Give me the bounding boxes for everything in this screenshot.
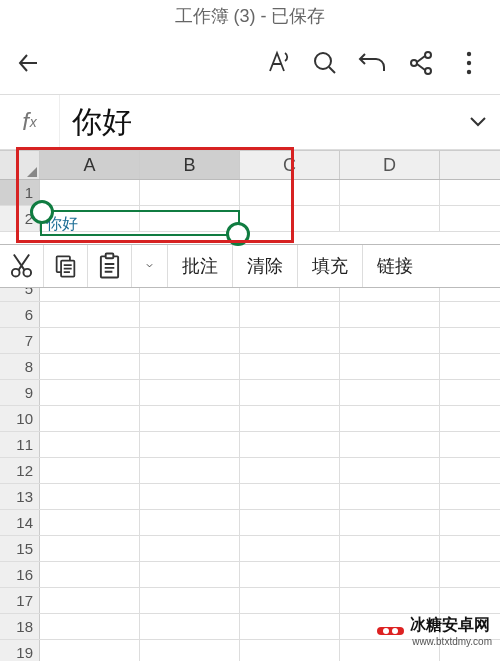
- row-header[interactable]: 19: [0, 640, 40, 661]
- row-header[interactable]: 7: [0, 328, 40, 353]
- more-button[interactable]: [448, 42, 490, 84]
- svg-point-3: [425, 68, 431, 74]
- cell[interactable]: [340, 354, 440, 379]
- cell[interactable]: [340, 380, 440, 405]
- cell[interactable]: [240, 432, 340, 457]
- cell[interactable]: [340, 206, 440, 231]
- column-header-b[interactable]: B: [140, 151, 240, 179]
- cell[interactable]: [340, 562, 440, 587]
- row-header[interactable]: 11: [0, 432, 40, 457]
- search-button[interactable]: [304, 42, 346, 84]
- cell[interactable]: [140, 510, 240, 535]
- column-header-a[interactable]: A: [40, 151, 140, 179]
- cell[interactable]: [240, 562, 340, 587]
- cell-a1-value[interactable]: 你好: [46, 214, 78, 235]
- row-header[interactable]: 13: [0, 484, 40, 509]
- cell[interactable]: [40, 510, 140, 535]
- font-style-button[interactable]: [256, 42, 298, 84]
- cell[interactable]: [240, 484, 340, 509]
- row-header[interactable]: 16: [0, 562, 40, 587]
- column-header-c[interactable]: C: [240, 151, 340, 179]
- cell[interactable]: [40, 302, 140, 327]
- clear-button[interactable]: 清除: [233, 245, 298, 287]
- copy-button[interactable]: [44, 245, 88, 287]
- cell[interactable]: [140, 484, 240, 509]
- undo-button[interactable]: [352, 42, 394, 84]
- cell[interactable]: [140, 180, 240, 205]
- cell[interactable]: [140, 354, 240, 379]
- annotate-button[interactable]: 批注: [168, 245, 233, 287]
- row-header[interactable]: 2: [0, 206, 40, 231]
- cell[interactable]: [340, 432, 440, 457]
- cell[interactable]: [40, 406, 140, 431]
- cell[interactable]: [340, 588, 440, 613]
- link-button[interactable]: 链接: [363, 245, 427, 287]
- row-header[interactable]: 8: [0, 354, 40, 379]
- cell[interactable]: [140, 302, 240, 327]
- row-header[interactable]: 10: [0, 406, 40, 431]
- cell[interactable]: [140, 562, 240, 587]
- cell[interactable]: [40, 354, 140, 379]
- cell[interactable]: [140, 380, 240, 405]
- formula-expand-button[interactable]: [456, 116, 500, 128]
- cut-button[interactable]: [0, 245, 44, 287]
- row-header[interactable]: 12: [0, 458, 40, 483]
- back-button[interactable]: [10, 42, 52, 84]
- cell[interactable]: [340, 510, 440, 535]
- cell[interactable]: [240, 588, 340, 613]
- cell[interactable]: [240, 406, 340, 431]
- cell[interactable]: [140, 588, 240, 613]
- cell[interactable]: [240, 614, 340, 639]
- cell[interactable]: [40, 180, 140, 205]
- cell[interactable]: [240, 354, 340, 379]
- cell[interactable]: [340, 328, 440, 353]
- row-header[interactable]: 14: [0, 510, 40, 535]
- row-header[interactable]: 17: [0, 588, 40, 613]
- cell[interactable]: [40, 484, 140, 509]
- context-more-button[interactable]: [132, 245, 168, 287]
- cell[interactable]: [40, 562, 140, 587]
- cell[interactable]: [240, 380, 340, 405]
- cell[interactable]: [340, 406, 440, 431]
- cell[interactable]: [140, 328, 240, 353]
- cell[interactable]: [40, 588, 140, 613]
- cell[interactable]: [140, 640, 240, 661]
- cell[interactable]: [140, 206, 240, 231]
- row-header[interactable]: 6: [0, 302, 40, 327]
- formula-input[interactable]: 你好: [60, 102, 456, 143]
- cell[interactable]: [40, 458, 140, 483]
- cell[interactable]: [40, 614, 140, 639]
- cell[interactable]: [240, 510, 340, 535]
- row-header[interactable]: 1: [0, 180, 40, 205]
- cell[interactable]: [40, 640, 140, 661]
- cell[interactable]: [240, 536, 340, 561]
- cell[interactable]: [40, 328, 140, 353]
- row-header[interactable]: 18: [0, 614, 40, 639]
- cell[interactable]: [240, 180, 340, 205]
- cell[interactable]: [240, 458, 340, 483]
- cell[interactable]: [240, 302, 340, 327]
- cell[interactable]: [340, 458, 440, 483]
- cell[interactable]: [340, 536, 440, 561]
- cell[interactable]: [140, 432, 240, 457]
- cell[interactable]: [40, 432, 140, 457]
- cell[interactable]: [340, 302, 440, 327]
- cell[interactable]: [40, 536, 140, 561]
- row-header[interactable]: 15: [0, 536, 40, 561]
- column-header-d[interactable]: D: [340, 151, 440, 179]
- paste-button[interactable]: [88, 245, 132, 287]
- row-header[interactable]: 9: [0, 380, 40, 405]
- cell[interactable]: [340, 484, 440, 509]
- cell[interactable]: [40, 380, 140, 405]
- cell[interactable]: [240, 328, 340, 353]
- cell[interactable]: [140, 536, 240, 561]
- share-button[interactable]: [400, 42, 442, 84]
- cell[interactable]: [240, 640, 340, 661]
- fill-button[interactable]: 填充: [298, 245, 363, 287]
- cell[interactable]: [140, 614, 240, 639]
- select-all-corner[interactable]: [0, 151, 40, 179]
- cell[interactable]: [140, 458, 240, 483]
- cell[interactable]: [240, 206, 340, 231]
- cell[interactable]: [340, 180, 440, 205]
- cell[interactable]: [140, 406, 240, 431]
